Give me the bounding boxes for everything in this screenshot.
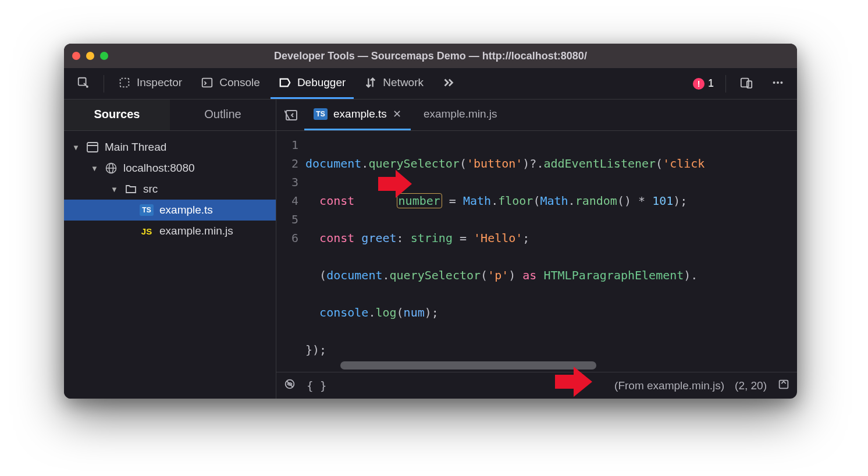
separator: [725, 75, 726, 93]
editor-footer: { } (From example.min.js) (2, 20): [276, 372, 797, 399]
inspector-icon: [118, 76, 131, 89]
line-number: 5: [276, 210, 298, 229]
svg-point-5: [773, 81, 775, 84]
file-tab-example-ts[interactable]: TS example.ts ✕: [304, 100, 411, 130]
devtools-window: Developer Tools — Sourcemaps Demo — http…: [64, 44, 797, 399]
line-number: 2: [276, 154, 298, 173]
svg-rect-2: [202, 79, 212, 87]
more-options-button[interactable]: [763, 68, 792, 99]
svg-rect-8: [87, 143, 98, 152]
overflow-tabs-button[interactable]: [434, 68, 463, 99]
traffic-lights: [72, 52, 108, 60]
cursor-position: (2, 20): [735, 379, 767, 392]
line-number-gutter: 1 2 3 4 5 6: [276, 131, 305, 372]
js-file-icon: JS: [140, 225, 154, 237]
svg-rect-1: [120, 79, 129, 87]
tab-label: Inspector: [137, 76, 182, 89]
file-tab-label: example.min.js: [424, 108, 497, 120]
error-icon: !: [693, 78, 705, 90]
file-tabs: TS example.ts ✕ example.min.js: [276, 100, 797, 131]
svg-line-14: [284, 111, 290, 120]
tree-host[interactable]: ▼ localhost:8080: [64, 158, 276, 179]
sidebar-tab-outline[interactable]: Outline: [170, 100, 276, 130]
separator: [104, 75, 104, 93]
horizontal-scrollbar[interactable]: [340, 361, 596, 370]
error-count: 1: [708, 77, 714, 90]
tab-label: Outline: [204, 108, 241, 121]
file-tab-example-min-js[interactable]: example.min.js: [414, 100, 507, 130]
line-number: 4: [276, 191, 298, 210]
chevron-double-right-icon: [442, 76, 455, 89]
sources-sidebar: Sources Outline ▼ Main Thread ▼: [64, 100, 276, 399]
maximize-window-button[interactable]: [100, 52, 108, 60]
error-count-badge[interactable]: ! 1: [687, 77, 720, 90]
tree-label: example.ts: [159, 204, 213, 216]
chevron-down-icon: ▼: [111, 185, 119, 194]
picker-icon: [77, 76, 90, 89]
chevron-down-icon: ▼: [72, 143, 80, 152]
tab-label: Network: [383, 76, 424, 89]
tab-network[interactable]: Network: [356, 68, 432, 99]
panel-collapse-button[interactable]: [282, 106, 301, 125]
editor-pane: TS example.ts ✕ example.min.js 1 2 3 4 5…: [276, 100, 797, 399]
window-title: Developer Tools — Sourcemaps Demo — http…: [64, 50, 797, 62]
highlighted-token: number: [397, 193, 442, 208]
network-icon: [364, 76, 377, 89]
source-map-origin: (From example.min.js): [614, 379, 724, 392]
folder-icon: [124, 183, 137, 196]
sourcemap-toggle-button[interactable]: [777, 378, 790, 393]
tree-file-example-ts[interactable]: TS example.ts: [64, 200, 276, 221]
window-icon: [86, 141, 99, 154]
close-tab-button[interactable]: ✕: [393, 108, 401, 120]
line-number: 6: [276, 229, 298, 247]
devtools-toolbar: Inspector Console Debugger Network: [64, 68, 797, 100]
tree-label: localhost:8080: [123, 162, 195, 175]
tree-file-example-min-js[interactable]: JS example.min.js: [64, 221, 276, 241]
element-picker-button[interactable]: [69, 68, 98, 99]
minimize-window-button[interactable]: [86, 52, 94, 60]
svg-point-6: [777, 81, 779, 84]
responsive-mode-button[interactable]: [732, 68, 761, 99]
console-icon: [201, 76, 214, 89]
tab-debugger[interactable]: Debugger: [271, 68, 354, 99]
tree-label: Main Thread: [105, 141, 166, 154]
tree-label: src: [143, 183, 158, 196]
close-window-button[interactable]: [72, 52, 80, 60]
sources-tree: ▼ Main Thread ▼ localhost:8080 ▼: [64, 131, 276, 247]
ts-file-icon: TS: [140, 204, 154, 216]
ts-file-icon: TS: [314, 108, 328, 120]
blackbox-button[interactable]: [283, 378, 296, 393]
tab-label: Sources: [94, 108, 140, 121]
tree-main-thread[interactable]: ▼ Main Thread: [64, 137, 276, 158]
globe-icon: [105, 162, 118, 175]
code-content: document.querySelector('button')?.addEve…: [305, 131, 797, 372]
tree-label: example.min.js: [159, 225, 233, 237]
tab-label: Debugger: [297, 76, 346, 89]
sidebar-tab-sources[interactable]: Sources: [64, 100, 170, 130]
file-tab-label: example.ts: [333, 108, 387, 120]
line-number: 1: [276, 136, 298, 154]
line-number: 3: [276, 173, 298, 191]
tab-inspector[interactable]: Inspector: [110, 68, 190, 99]
sidebar-tabs: Sources Outline: [64, 100, 276, 131]
kebab-icon: [771, 76, 784, 89]
code-editor[interactable]: 1 2 3 4 5 6 document.querySelector('butt…: [276, 131, 797, 372]
chevron-down-icon: ▼: [91, 164, 99, 173]
tab-label: Console: [219, 76, 260, 89]
tree-folder-src[interactable]: ▼ src: [64, 179, 276, 200]
devices-icon: [740, 76, 753, 89]
debugger-icon: [279, 76, 291, 89]
svg-point-7: [780, 81, 782, 84]
window-titlebar: Developer Tools — Sourcemaps Demo — http…: [64, 44, 797, 68]
tab-console[interactable]: Console: [193, 68, 268, 99]
pretty-print-button[interactable]: { }: [307, 379, 326, 392]
